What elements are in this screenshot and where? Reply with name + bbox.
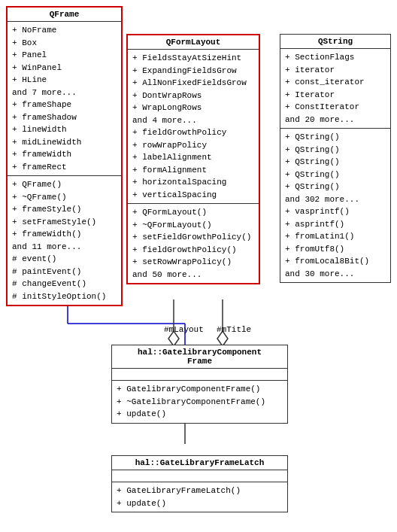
qstring-box: QString + SectionFlags + iterator + cons…: [280, 34, 391, 283]
qframe-title: QFrame: [8, 8, 121, 22]
gflatch-title: hal::GateLibraryFrameLatch: [112, 456, 287, 470]
gflatch-section2: + GateLibraryFrameLatch() + update(): [112, 482, 287, 512]
mtitle-label: #mTitle: [217, 325, 251, 334]
qformlayout-section1: + FieldsStayAtSizeHint + ExpandingFields…: [128, 50, 259, 204]
qformlayout-title: QFormLayout: [128, 35, 259, 50]
qformlayout-box: QFormLayout + FieldsStayAtSizeHint + Exp…: [126, 34, 260, 284]
gflatch-box: hal::GateLibraryFrameLatch + GateLibrary…: [111, 455, 288, 512]
qframe-box: QFrame + NoFrame + Box + Panel + WinPane…: [6, 6, 123, 306]
gcf-title: hal::GatelibraryComponentFrame: [112, 345, 287, 369]
qstring-section2: + QString() + QString() + QString() + QS…: [280, 129, 390, 282]
qframe-section1: + NoFrame + Box + Panel + WinPanel + HLi…: [8, 22, 121, 176]
diagram-container: QFrame + NoFrame + Box + Panel + WinPane…: [0, 0, 397, 532]
gflatch-section1: [112, 470, 287, 482]
gcf-box: hal::GatelibraryComponentFrame + Gatelib…: [111, 345, 288, 424]
gcf-section2: + GatelibraryComponentFrame() + ~Gatelib…: [112, 381, 287, 423]
qstring-title: QString: [280, 35, 390, 49]
qformlayout-section2: + QFormLayout() + ~QFormLayout() + setFi…: [128, 204, 259, 283]
mlayout-label: #mLayout: [164, 325, 204, 334]
qframe-section2: + QFrame() + ~QFrame() + frameStyle() + …: [8, 176, 121, 305]
qstring-section1: + SectionFlags + iterator + const_iterat…: [280, 49, 390, 129]
gcf-section1: [112, 369, 287, 381]
